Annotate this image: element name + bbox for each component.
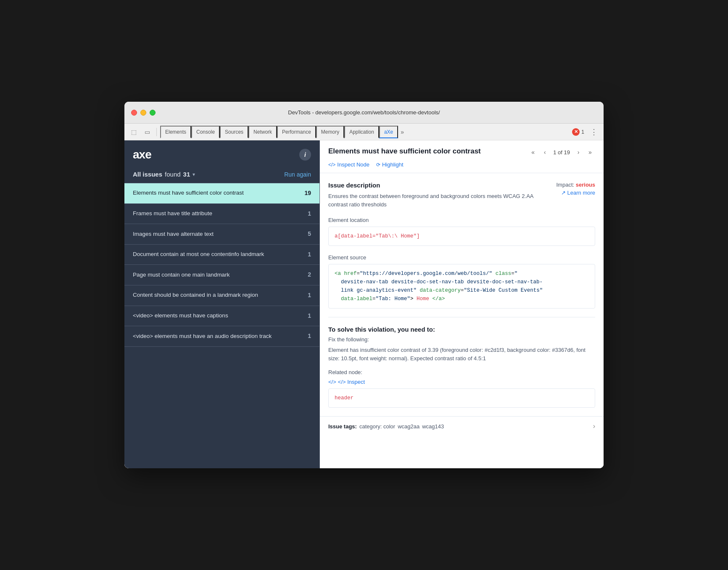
tag-item-wcag143: wcag143 (422, 423, 444, 430)
list-item[interactable]: Page must contain one main landmark 2 (124, 265, 319, 285)
tab-console[interactable]: Console (191, 126, 220, 138)
list-item[interactable]: <video> elements must have an audio desc… (124, 326, 319, 347)
related-node-section: Related node: </> </> Inspect header (328, 369, 595, 408)
list-item[interactable]: Content should be contained in a landmar… (124, 285, 319, 306)
desc-impact-row: Issue description Ensures the contrast b… (328, 182, 595, 208)
related-node-selector: header (335, 395, 353, 401)
tags-label: Issue tags: (328, 423, 357, 430)
attr-datacategory-name: data-category (420, 288, 461, 293)
issue-body: Issue description Ensures the contrast b… (320, 173, 604, 416)
inner-text: Home (417, 296, 429, 302)
browser-window: DevTools - developers.google.com/web/too… (124, 102, 604, 468)
devtools-tabs: Elements Console Sources Network Perform… (160, 126, 569, 138)
issue-label: Images must have alternate text (133, 230, 303, 238)
next-page-button[interactable]: › (573, 147, 583, 157)
tab-axe[interactable]: aXe (379, 126, 398, 138)
inspect-node-link[interactable]: </> Inspect Node (328, 161, 369, 168)
tag-open: <a (335, 271, 344, 277)
info-button[interactable]: i (299, 149, 311, 161)
issue-count: 1 (308, 251, 311, 259)
page-indicator: 1 of 19 (551, 149, 572, 156)
list-item[interactable]: Images must have alternate text 5 (124, 224, 319, 245)
issues-header: All issues found 31 ▾ Run again (124, 167, 319, 183)
dropdown-arrow-icon[interactable]: ▾ (193, 172, 195, 177)
highlight-link[interactable]: ⟳ Highlight (376, 161, 404, 168)
inspect-link[interactable]: </> </> Inspect (328, 379, 595, 385)
element-location-code: a[data-label="Tab\:\ Home"] (328, 227, 595, 246)
issue-label: <video> elements must have captions (133, 312, 303, 320)
learn-more-label: Learn more (567, 190, 595, 196)
tab-elements[interactable]: Elements (160, 126, 191, 138)
inspect-code-icon: </> (328, 379, 336, 385)
sidebar: axe i All issues found 31 ▾ Run again El… (124, 140, 320, 468)
impact-prefix: Impact: (557, 182, 575, 188)
inspect-node-icon: </> (328, 162, 335, 168)
tags-chevron-icon[interactable]: › (593, 422, 595, 430)
tags-row: Issue tags: category: color wcag2aa wcag… (328, 423, 444, 430)
issue-label: Document contain at most one contentinfo… (133, 251, 303, 259)
issue-label: Frames must have title attribute (133, 210, 303, 218)
list-item[interactable]: <video> elements must have captions 1 (124, 306, 319, 327)
impact-label: Impact: serious (557, 182, 596, 188)
attr-datalabel-val: "Tab: Home" (376, 296, 411, 302)
list-item[interactable]: Document contain at most one contentinfo… (124, 245, 319, 265)
tab-network[interactable]: Network (248, 126, 277, 138)
issue-count: 1 (308, 312, 311, 320)
fix-following-label: Fix the following: (328, 336, 595, 343)
device-toggle-button[interactable]: ▭ (141, 126, 153, 138)
issue-count: 2 (308, 271, 311, 279)
titlebar: DevTools - developers.google.com/web/too… (124, 102, 604, 124)
minimize-button[interactable] (140, 110, 146, 116)
maximize-button[interactable] (150, 110, 156, 116)
issue-count: 1 (308, 332, 311, 340)
window-title: DevTools - developers.google.com/web/too… (288, 109, 440, 116)
issue-label: Content should be contained in a landmar… (133, 291, 303, 299)
nav-divider (156, 128, 157, 136)
inspect-link-label: </> Inspect (338, 379, 365, 385)
description-title: Issue description (328, 182, 550, 189)
close-button[interactable] (131, 110, 137, 116)
prev-page-button[interactable]: ‹ (540, 147, 550, 157)
more-tabs-button[interactable]: » (398, 127, 406, 137)
issues-label-found: found (165, 171, 181, 178)
attr-datacategory-val: "Site-Wide Custom Events" (464, 288, 543, 293)
issue-count: 1 (308, 210, 311, 218)
error-count: 1 (581, 129, 584, 135)
description-block: Issue description Ensures the contrast b… (328, 182, 550, 208)
impact-block: Impact: serious ↗ Learn more (557, 182, 596, 196)
external-link-icon: ↗ (561, 190, 566, 196)
tab-sources[interactable]: Sources (220, 126, 248, 138)
class-val-cont2: link gc-analytics-event" (335, 288, 417, 293)
first-page-button[interactable]: « (528, 147, 538, 157)
tab-application[interactable]: Application (344, 126, 379, 138)
tag-item-wcag2aa: wcag2aa (398, 423, 419, 430)
run-again-button[interactable]: Run again (284, 171, 311, 178)
axe-logo: axe (133, 148, 151, 161)
issue-label: Elements must have sufficient color cont… (133, 189, 299, 197)
issue-label: <video> elements must have an audio desc… (133, 332, 303, 340)
element-source-section: Element source <a href="https://develope… (328, 254, 595, 309)
learn-more-link[interactable]: ↗ Learn more (557, 190, 596, 196)
impact-value: serious (576, 182, 595, 188)
tab-performance[interactable]: Performance (277, 126, 316, 138)
issue-count: 5 (308, 230, 311, 238)
last-page-button[interactable]: » (585, 147, 595, 157)
attr-class-val: " (514, 271, 518, 277)
list-item[interactable]: Elements must have sufficient color cont… (124, 183, 319, 204)
main-content: axe i All issues found 31 ▾ Run again El… (124, 140, 604, 468)
more-options-button[interactable]: ⋮ (588, 127, 600, 137)
issue-title: Elements must have sufficient color cont… (328, 147, 521, 156)
element-location-section: Element location a[data-label="Tab\:\ Ho… (328, 217, 595, 246)
issue-header: Elements must have sufficient color cont… (320, 140, 604, 173)
attr-class-name: class (496, 271, 512, 277)
class-val-cont: devsite-nav-tab devsite-doc-set-nav-tab … (335, 279, 543, 285)
right-panel: Elements must have sufficient color cont… (320, 140, 604, 468)
attr-href-name: href (344, 271, 357, 277)
list-item[interactable]: Frames must have title attribute 1 (124, 204, 319, 224)
tag-item-color: category: color (359, 423, 395, 430)
browser-nav: ⬚ ▭ Elements Console Sources Network Per… (124, 124, 604, 140)
tab-memory[interactable]: Memory (316, 126, 344, 138)
cursor-tool-button[interactable]: ⬚ (128, 126, 140, 138)
error-icon: ✕ (572, 128, 580, 136)
issues-count: 31 (183, 171, 190, 178)
